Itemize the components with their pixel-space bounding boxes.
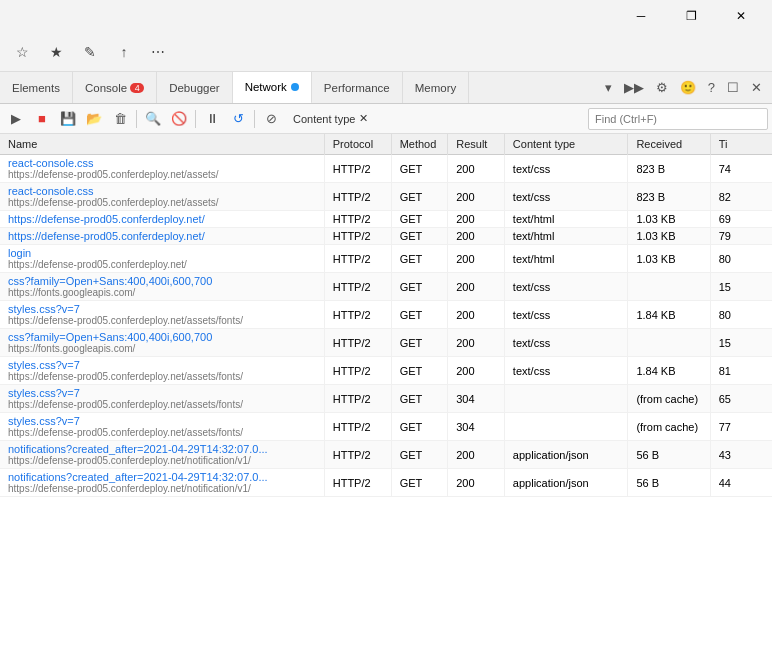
table-row[interactable]: https://defense-prod05.conferdeploy.net/… xyxy=(0,211,772,228)
browser-toolbar: ☆ ★ ✎ ↑ ⋯ xyxy=(0,32,772,72)
network-dot xyxy=(291,83,299,91)
cell-name: styles.css?v=7https://defense-prod05.con… xyxy=(0,357,324,385)
cell-time: 81 xyxy=(710,357,772,385)
cell-time: 79 xyxy=(710,228,772,245)
bookmark-icon[interactable]: ☆ xyxy=(8,38,36,66)
block-button[interactable]: 🚫 xyxy=(167,107,191,131)
cell-time: 69 xyxy=(710,211,772,228)
header-content-type[interactable]: Content type xyxy=(504,134,628,155)
split-icon[interactable]: ☐ xyxy=(723,78,743,97)
play-button[interactable]: ▶ xyxy=(4,107,28,131)
minimize-button[interactable]: ─ xyxy=(618,0,664,32)
clear-button[interactable]: 🗑 xyxy=(108,107,132,131)
filter-icon[interactable]: ▾ xyxy=(601,78,616,97)
search-filter-button[interactable]: 🔍 xyxy=(141,107,165,131)
table-row[interactable]: notifications?created_after=2021-04-29T1… xyxy=(0,441,772,469)
cell-content-type: text/css xyxy=(504,155,628,183)
pause-button[interactable]: ⏸ xyxy=(200,107,224,131)
header-received[interactable]: Received xyxy=(628,134,710,155)
table-row[interactable]: css?family=Open+Sans:400,400i,600,700htt… xyxy=(0,329,772,357)
reload-button[interactable]: ↺ xyxy=(226,107,250,131)
table-row[interactable]: styles.css?v=7https://defense-prod05.con… xyxy=(0,413,772,441)
tab-debugger[interactable]: Debugger xyxy=(157,72,233,104)
cell-protocol: HTTP/2 xyxy=(324,155,391,183)
cell-name: notifications?created_after=2021-04-29T1… xyxy=(0,441,324,469)
filter-tag-close[interactable]: ✕ xyxy=(359,112,368,125)
header-result[interactable]: Result xyxy=(448,134,505,155)
table-body: react-console.csshttps://defense-prod05.… xyxy=(0,155,772,497)
filter-tag-label: Content type xyxy=(293,113,355,125)
dock-icon[interactable]: ▶▶ xyxy=(620,78,648,97)
network-table-container[interactable]: Name Protocol Method Result Content type… xyxy=(0,134,772,650)
close-devtools-icon[interactable]: ✕ xyxy=(747,78,766,97)
tab-performance[interactable]: Performance xyxy=(312,72,403,104)
save-button[interactable]: 💾 xyxy=(56,107,80,131)
table-row[interactable]: styles.css?v=7https://defense-prod05.con… xyxy=(0,385,772,413)
pen-icon[interactable]: ✎ xyxy=(76,38,104,66)
close-button[interactable]: ✕ xyxy=(718,0,764,32)
cell-content-type: text/html xyxy=(504,228,628,245)
row-name-url: https://defense-prod05.conferdeploy.net/… xyxy=(8,399,316,410)
header-name[interactable]: Name xyxy=(0,134,324,155)
tab-elements[interactable]: Elements xyxy=(0,72,73,104)
network-toolbar: ▶ ■ 💾 📂 🗑 🔍 🚫 ⏸ ↺ ⊘ Content type ✕ xyxy=(0,104,772,134)
more-icon[interactable]: ⋯ xyxy=(144,38,172,66)
cell-time: 80 xyxy=(710,245,772,273)
cell-time: 77 xyxy=(710,413,772,441)
import-button[interactable]: 📂 xyxy=(82,107,106,131)
cell-time: 44 xyxy=(710,469,772,497)
find-input[interactable] xyxy=(588,108,768,130)
table-row[interactable]: react-console.csshttps://defense-prod05.… xyxy=(0,183,772,211)
cell-received: 1.03 KB xyxy=(628,211,710,228)
cell-result: 200 xyxy=(448,183,505,211)
table-row[interactable]: styles.css?v=7https://defense-prod05.con… xyxy=(0,301,772,329)
row-name-url: https://defense-prod05.conferdeploy.net/… xyxy=(8,169,316,180)
share-icon[interactable]: ↑ xyxy=(110,38,138,66)
cell-time: 15 xyxy=(710,273,772,301)
header-method[interactable]: Method xyxy=(391,134,448,155)
cell-content-type xyxy=(504,385,628,413)
cell-method: GET xyxy=(391,441,448,469)
cell-name: css?family=Open+Sans:400,400i,600,700htt… xyxy=(0,329,324,357)
cell-content-type: text/html xyxy=(504,245,628,273)
row-name-primary: styles.css?v=7 xyxy=(8,303,316,315)
table-row[interactable]: styles.css?v=7https://defense-prod05.con… xyxy=(0,357,772,385)
cell-time: 65 xyxy=(710,385,772,413)
header-time[interactable]: Ti xyxy=(710,134,772,155)
cell-protocol: HTTP/2 xyxy=(324,413,391,441)
tab-network[interactable]: Network xyxy=(233,72,312,104)
cell-result: 200 xyxy=(448,301,505,329)
table-row[interactable]: css?family=Open+Sans:400,400i,600,700htt… xyxy=(0,273,772,301)
emoji-icon[interactable]: 🙂 xyxy=(676,78,700,97)
tab-memory[interactable]: Memory xyxy=(403,72,470,104)
cell-received: 1.84 KB xyxy=(628,301,710,329)
help-icon[interactable]: ? xyxy=(704,78,719,97)
table-row[interactable]: loginhttps://defense-prod05.conferdeploy… xyxy=(0,245,772,273)
row-name-url: https://defense-prod05.conferdeploy.net/… xyxy=(8,315,316,326)
table-row[interactable]: notifications?created_after=2021-04-29T1… xyxy=(0,469,772,497)
cell-method: GET xyxy=(391,357,448,385)
cell-protocol: HTTP/2 xyxy=(324,357,391,385)
tab-console[interactable]: Console 4 xyxy=(73,72,157,104)
row-name-url: https://fonts.googleapis.com/ xyxy=(8,343,316,354)
filter-icon-btn[interactable]: ⊘ xyxy=(259,107,283,131)
cell-result: 200 xyxy=(448,245,505,273)
row-name-primary: css?family=Open+Sans:400,400i,600,700 xyxy=(8,331,316,343)
stop-button[interactable]: ■ xyxy=(30,107,54,131)
cell-result: 200 xyxy=(448,469,505,497)
table-row[interactable]: https://defense-prod05.conferdeploy.net/… xyxy=(0,228,772,245)
cell-protocol: HTTP/2 xyxy=(324,183,391,211)
table-row[interactable]: react-console.csshttps://defense-prod05.… xyxy=(0,155,772,183)
toolbar-divider-2 xyxy=(195,110,196,128)
table-header-row: Name Protocol Method Result Content type… xyxy=(0,134,772,155)
restore-button[interactable]: ❐ xyxy=(668,0,714,32)
settings-icon[interactable]: ⚙ xyxy=(652,78,672,97)
bookmark-star-icon[interactable]: ★ xyxy=(42,38,70,66)
devtools-icons: ▾ ▶▶ ⚙ 🙂 ? ☐ ✕ xyxy=(595,78,772,97)
row-name-url: https://defense-prod05.conferdeploy.net/… xyxy=(8,483,316,494)
cell-received: 56 B xyxy=(628,469,710,497)
header-protocol[interactable]: Protocol xyxy=(324,134,391,155)
content-type-filter[interactable]: Content type ✕ xyxy=(285,110,376,127)
row-name-primary: login xyxy=(8,247,316,259)
cell-received: (from cache) xyxy=(628,385,710,413)
